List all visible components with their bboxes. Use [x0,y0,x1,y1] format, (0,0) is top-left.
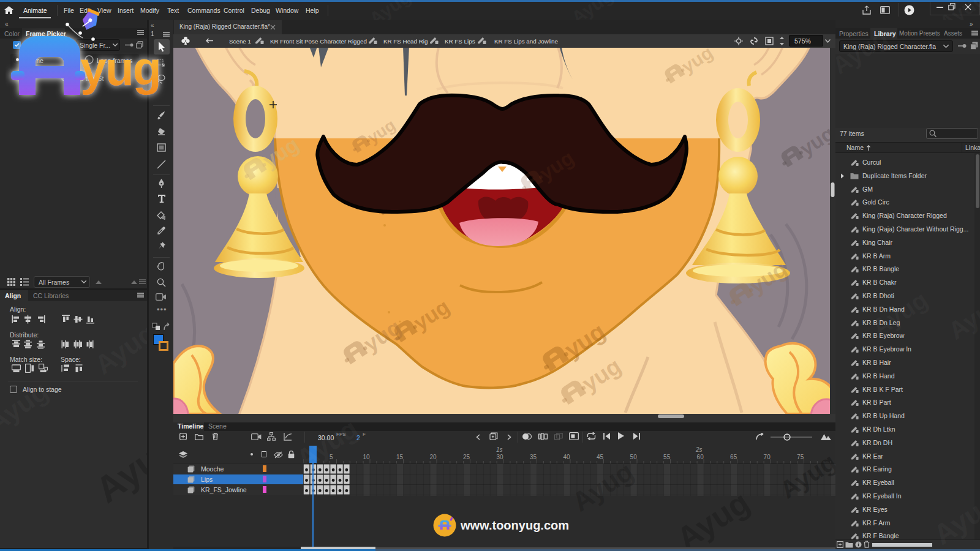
svg-text:yug: yug [80,42,160,95]
